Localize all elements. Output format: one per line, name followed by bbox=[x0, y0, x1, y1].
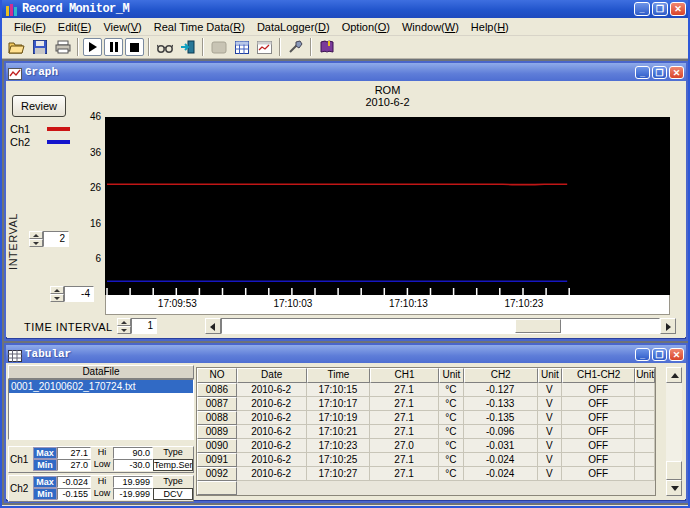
cell bbox=[635, 453, 655, 467]
column-header-time[interactable]: Time bbox=[307, 368, 371, 383]
type-value[interactable]: DCV bbox=[153, 488, 193, 500]
table-row[interactable]: 00862010-6-217:10:1527.1°C-0.127VOFF bbox=[197, 383, 655, 397]
type-value[interactable]: Temp.Sensor bbox=[153, 459, 193, 471]
max-value: 27.1 bbox=[57, 447, 91, 459]
interval-label: INTERVAL bbox=[7, 207, 20, 277]
cell: 27.1 bbox=[370, 453, 439, 467]
hi-value[interactable]: 19.999 bbox=[113, 476, 153, 488]
stop-icon[interactable] bbox=[125, 38, 144, 56]
datafile-list[interactable]: 0001_20100602_170724.txt bbox=[8, 379, 194, 440]
menu-option[interactable]: Option(O) bbox=[336, 20, 396, 34]
low-value[interactable]: -19.999 bbox=[113, 488, 153, 500]
open-file-icon[interactable] bbox=[6, 37, 27, 57]
cell: 0091 bbox=[197, 453, 237, 467]
tabular-titlebar[interactable]: Tabular _ ❐ ✕ bbox=[6, 345, 686, 363]
time-interval-value-field[interactable]: 1 bbox=[131, 318, 157, 334]
cell: V bbox=[538, 411, 563, 425]
cell: 2010-6-2 bbox=[237, 425, 307, 439]
table-scrollbar[interactable] bbox=[666, 367, 682, 496]
scrollbar-track[interactable] bbox=[221, 318, 660, 334]
pause-icon[interactable] bbox=[104, 38, 123, 56]
time-interval-spinner[interactable] bbox=[117, 318, 131, 334]
column-header-ch1[interactable]: CH1 bbox=[370, 368, 439, 383]
menu-file[interactable]: File(F) bbox=[8, 20, 52, 34]
table-row[interactable]: 00922010-6-217:10:2727.1°C-0.024VOFF bbox=[197, 467, 655, 481]
menu-real-time-data[interactable]: Real Time Data(R) bbox=[148, 20, 251, 34]
hi-label: Hi bbox=[91, 476, 113, 488]
interval-spinner[interactable] bbox=[29, 231, 43, 247]
y-min-value-field[interactable]: -4 bbox=[64, 286, 94, 302]
cell: 17:10:19 bbox=[307, 411, 371, 425]
column-header-unit[interactable]: Unit bbox=[635, 368, 655, 383]
exit-icon[interactable] bbox=[177, 37, 198, 57]
minimize-button[interactable]: _ bbox=[634, 2, 650, 16]
menu-help[interactable]: Help(H) bbox=[465, 20, 515, 34]
graph-close-button[interactable]: ✕ bbox=[669, 66, 684, 79]
tabular-window-title: Tabular bbox=[25, 348, 635, 360]
maximize-button[interactable]: ❐ bbox=[652, 2, 668, 16]
scrollbar-thumb[interactable] bbox=[515, 319, 561, 333]
review-button[interactable]: Review bbox=[12, 95, 66, 117]
graph-titlebar[interactable]: Graph _ ❐ ✕ bbox=[6, 63, 686, 81]
save-icon[interactable] bbox=[29, 37, 50, 57]
chart-subtitle: 2010-6-2 bbox=[105, 96, 670, 108]
cell: V bbox=[538, 439, 563, 453]
print-icon[interactable] bbox=[52, 37, 73, 57]
low-value[interactable]: -30.0 bbox=[113, 459, 153, 471]
time-scrollbar[interactable] bbox=[205, 318, 676, 334]
scroll-left-arrow-icon[interactable] bbox=[205, 318, 221, 334]
interval-value-field[interactable]: 2 bbox=[43, 231, 69, 247]
setup-tools-icon[interactable] bbox=[285, 37, 306, 57]
column-header-ch1-ch2[interactable]: CH1-CH2 bbox=[562, 368, 635, 383]
cell: °C bbox=[439, 397, 464, 411]
table-row[interactable]: 00902010-6-217:10:2327.0°C-0.031VOFF bbox=[197, 439, 655, 453]
help-book-icon[interactable] bbox=[316, 37, 337, 57]
y-min-spinner[interactable] bbox=[50, 286, 64, 302]
record-glasses-icon[interactable] bbox=[154, 37, 175, 57]
table-view-icon[interactable] bbox=[231, 37, 252, 57]
datafile-item[interactable]: 0001_20100602_170724.txt bbox=[9, 380, 193, 393]
scroll-down-arrow-icon[interactable] bbox=[666, 480, 682, 496]
cell: 17:10:21 bbox=[307, 425, 371, 439]
menu-view[interactable]: View(V) bbox=[97, 20, 147, 34]
menu-window[interactable]: Window(W) bbox=[396, 20, 465, 34]
cell: 0092 bbox=[197, 467, 237, 481]
cell: V bbox=[538, 397, 563, 411]
menu-edit[interactable]: Edit(E) bbox=[52, 20, 98, 34]
y-tick-label: 6 bbox=[61, 253, 101, 264]
graph-minimize-button[interactable]: _ bbox=[635, 66, 650, 79]
datafile-panel: DataFile 0001_20100602_170724.txt bbox=[8, 365, 194, 440]
column-header-no[interactable]: NO bbox=[197, 368, 237, 383]
min-value: 27.0 bbox=[57, 459, 91, 471]
hi-value[interactable]: 90.0 bbox=[113, 447, 153, 459]
chart-title: ROM bbox=[105, 84, 670, 96]
table-row[interactable]: 00912010-6-217:10:2527.1°C-0.024VOFF bbox=[197, 453, 655, 467]
y-axis-labels: 463626166 bbox=[61, 81, 101, 295]
table-row-empty bbox=[197, 481, 655, 495]
scroll-up-arrow-icon[interactable] bbox=[666, 367, 682, 383]
chart-view-icon[interactable] bbox=[254, 37, 275, 57]
scroll-right-arrow-icon[interactable] bbox=[660, 318, 676, 334]
menu-datalogger[interactable]: DataLogger(D) bbox=[251, 20, 336, 34]
cell: V bbox=[538, 467, 563, 481]
tabular-close-button[interactable]: ✕ bbox=[669, 348, 684, 361]
toolbar-separator bbox=[202, 38, 204, 56]
table-row[interactable]: 00872010-6-217:10:1727.1°C-0.133VOFF bbox=[197, 397, 655, 411]
column-header-ch2[interactable]: CH2 bbox=[464, 368, 538, 383]
cell bbox=[197, 481, 237, 495]
table-row[interactable]: 00892010-6-217:10:2127.1°C-0.096VOFF bbox=[197, 425, 655, 439]
column-header-unit[interactable]: Unit bbox=[538, 368, 563, 383]
column-header-unit[interactable]: Unit bbox=[439, 368, 464, 383]
cell: 17:10:23 bbox=[307, 439, 371, 453]
cell: 17:10:25 bbox=[307, 453, 371, 467]
low-label: Low bbox=[91, 459, 113, 471]
table-scrollbar-thumb[interactable] bbox=[666, 461, 682, 480]
column-header-date[interactable]: Date bbox=[237, 368, 307, 383]
close-button[interactable]: ✕ bbox=[670, 2, 686, 16]
table-row[interactable]: 00882010-6-217:10:1927.1°C-0.135VOFF bbox=[197, 411, 655, 425]
graph-maximize-button[interactable]: ❐ bbox=[652, 66, 667, 79]
tabular-minimize-button[interactable]: _ bbox=[635, 348, 650, 361]
cell bbox=[635, 467, 655, 481]
play-icon[interactable] bbox=[83, 38, 102, 56]
tabular-maximize-button[interactable]: ❐ bbox=[652, 348, 667, 361]
